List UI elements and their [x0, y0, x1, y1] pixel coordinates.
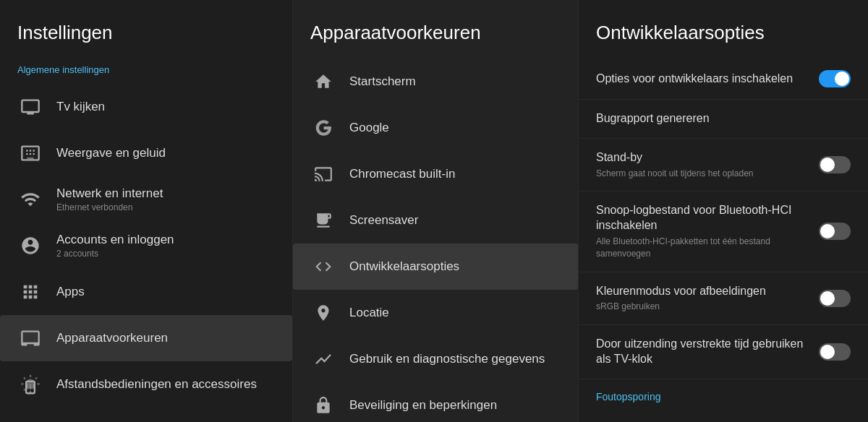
- nav-label-apps: Apps: [56, 285, 85, 299]
- dev-item-snoop[interactable]: Snoop-logbestand voor Bluetooth-HCI insc…: [579, 191, 868, 272]
- apps-icon: [17, 279, 43, 305]
- toggle-knob-kleurenmodus: [820, 291, 835, 306]
- mid-label-chromecast: Chromecast built-in: [349, 167, 455, 181]
- mid-nav-ontwikkelaarsopties[interactable]: Ontwikkelaarsopties: [293, 244, 578, 290]
- dev-sub-snoop: Alle Bluetooth-HCI-pakketten tot één bes…: [596, 236, 807, 260]
- toggle-stand-by[interactable]: [819, 156, 851, 173]
- dev-label-opties-ontwikkelaars: Opties voor ontwikkelaars inschakelen: [596, 72, 807, 87]
- section-label: Algemene instellingen: [0, 59, 292, 84]
- left-nav-tv-kijken[interactable]: Tv kijken: [0, 84, 292, 130]
- mid-title: Apparaatvoorkeuren: [293, 22, 578, 59]
- left-nav-weergave[interactable]: Weergave en geluid: [0, 130, 292, 176]
- dev-item-stand-by[interactable]: Stand-by Scherm gaat nooit uit tijdens h…: [579, 139, 868, 192]
- code-icon: [310, 254, 336, 280]
- mid-label-startscherm: Startscherm: [349, 74, 416, 89]
- dev-label-uitzending-tijd: Door uitzending verstrekte tijd gebruike…: [596, 337, 807, 367]
- dev-item-uitzending-tijd[interactable]: Door uitzending verstrekte tijd gebruike…: [579, 325, 868, 379]
- toggle-uitzending-tijd[interactable]: [819, 343, 851, 361]
- mid-label-beveiliging: Beveiliging en beperkingen: [349, 398, 497, 413]
- right-title: Ontwikkelaarsopties: [579, 22, 868, 59]
- left-nav-apparaatvoorkeuren[interactable]: Apparaatvoorkeuren: [0, 315, 292, 361]
- mid-label-ontwikkelaarsopties: Ontwikkelaarsopties: [349, 259, 459, 274]
- display-icon: [17, 140, 43, 166]
- dev-label-stand-by: Stand-by: [596, 150, 807, 165]
- mid-nav-google[interactable]: Google: [293, 105, 578, 151]
- mid-nav-locatie[interactable]: Locatie: [293, 290, 578, 336]
- nav-label-weergave: Weergave en geluid: [56, 146, 166, 160]
- toggle-opties-ontwikkelaars[interactable]: [819, 70, 851, 87]
- left-nav-apps[interactable]: Apps: [0, 269, 292, 315]
- dev-label-bugrapport: Bugrapport genereren: [596, 111, 839, 126]
- nav-label-accounts: Accounts en inloggen: [56, 233, 174, 247]
- nav-label-netwerk: Netwerk en internet: [56, 186, 163, 201]
- foutopsporing-link[interactable]: Foutopsporing: [579, 379, 868, 414]
- left-nav-afstandsbediening[interactable]: Afstandsbedieningen en accessoires: [0, 361, 292, 408]
- mid-label-gebruik: Gebruik en diagnostische gegevens: [349, 352, 545, 366]
- screensaver-icon: [310, 207, 336, 233]
- nav-label-tv-kijken: Tv kijken: [56, 100, 105, 114]
- right-options: Opties voor ontwikkelaars inschakelen Bu…: [579, 59, 868, 379]
- google-icon: [310, 115, 336, 141]
- nav-label-apparaatvoorkeuren: Apparaatvoorkeuren: [56, 331, 168, 345]
- mid-nav-chromecast[interactable]: Chromecast built-in: [293, 151, 578, 197]
- cast-icon: [310, 161, 336, 187]
- mid-nav: Startscherm Google Chromecast built-in S…: [293, 59, 578, 422]
- monitor-icon: [17, 325, 43, 351]
- dev-sub-kleurenmodus: sRGB gebruiken: [596, 301, 807, 313]
- remote-icon: [17, 371, 43, 397]
- location-icon: [310, 300, 336, 326]
- toggle-knob-stand-by: [820, 158, 835, 172]
- left-title: Instellingen: [0, 22, 292, 59]
- right-column: Ontwikkelaarsopties Opties voor ontwikke…: [579, 0, 868, 422]
- mid-nav-beveiliging[interactable]: Beveiliging en beperkingen: [293, 382, 578, 422]
- dev-item-kleurenmodus[interactable]: Kleurenmodus voor afbeeldingen sRGB gebr…: [579, 272, 868, 326]
- lock-icon: [310, 392, 336, 418]
- mid-label-google: Google: [349, 121, 389, 135]
- toggle-snoop[interactable]: [819, 223, 851, 240]
- toggle-knob-opties-ontwikkelaars: [835, 72, 849, 86]
- dev-item-opties-ontwikkelaars[interactable]: Opties voor ontwikkelaars inschakelen: [579, 59, 868, 100]
- nav-sub-accounts: 2 accounts: [56, 249, 174, 259]
- mid-label-locatie: Locatie: [349, 306, 389, 320]
- mid-column: Apparaatvoorkeuren Startscherm Google Ch…: [293, 0, 579, 422]
- left-nav-netwerk[interactable]: Netwerk en internet Ethernet verbonden: [0, 176, 292, 223]
- dev-item-bugrapport[interactable]: Bugrapport genereren: [579, 100, 868, 139]
- toggle-kleurenmodus[interactable]: [819, 290, 851, 307]
- dev-label-kleurenmodus: Kleurenmodus voor afbeeldingen: [596, 284, 807, 299]
- mid-nav-startscherm[interactable]: Startscherm: [293, 59, 578, 105]
- mid-nav-gebruik[interactable]: Gebruik en diagnostische gegevens: [293, 336, 578, 382]
- toggle-knob-uitzending-tijd: [820, 345, 835, 359]
- tv-icon: [17, 94, 43, 120]
- account-icon: [17, 233, 43, 259]
- left-column: Instellingen Algemene instellingen Tv ki…: [0, 0, 293, 422]
- home-icon: [310, 69, 336, 95]
- mid-nav-screensaver[interactable]: Screensaver: [293, 197, 578, 244]
- dev-sub-stand-by: Scherm gaat nooit uit tijdens het oplade…: [596, 168, 807, 180]
- network-icon: [17, 186, 43, 212]
- toggle-knob-snoop: [820, 224, 835, 238]
- chart-icon: [310, 346, 336, 372]
- nav-label-afstandsbediening: Afstandsbedieningen en accessoires: [56, 377, 257, 392]
- nav-sub-netwerk: Ethernet verbonden: [56, 202, 163, 212]
- mid-label-screensaver: Screensaver: [349, 213, 418, 228]
- dev-label-snoop: Snoop-logbestand voor Bluetooth-HCI insc…: [596, 203, 807, 233]
- left-nav-accounts[interactable]: Accounts en inloggen 2 accounts: [0, 223, 292, 269]
- left-nav: Tv kijken Weergave en geluid Netwerk en …: [0, 84, 292, 408]
